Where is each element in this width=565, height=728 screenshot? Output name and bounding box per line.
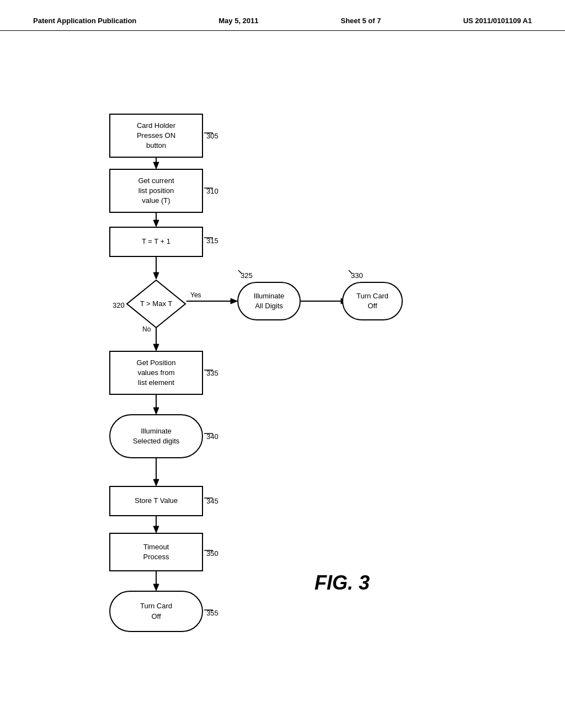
node-350: Timeout Process	[109, 533, 203, 571]
header-center: May 5, 2011	[218, 17, 258, 25]
label-340: 340	[206, 432, 218, 441]
node-325: Illuminate All Digits	[237, 282, 301, 320]
header-sheet: Sheet 5 of 7	[341, 17, 381, 25]
svg-marker-19	[153, 584, 159, 591]
node-315: T = T + 1	[109, 227, 203, 257]
label-310: 310	[206, 187, 218, 195]
svg-marker-11	[153, 344, 159, 351]
node-355: Turn Card Off	[109, 591, 203, 632]
label-320: 320	[113, 301, 125, 309]
svg-marker-7	[231, 298, 237, 304]
node-310: Get current list position value (T)	[109, 169, 203, 213]
flow-arrows	[0, 31, 565, 693]
node-335: Get Position values from list element	[109, 351, 203, 395]
node-305: Card Holder Presses ON button	[109, 114, 203, 158]
node-345: Store T Value	[109, 486, 203, 516]
svg-marker-3	[153, 220, 159, 227]
svg-marker-13	[153, 408, 159, 414]
svg-marker-15	[153, 479, 159, 486]
svg-marker-5	[153, 272, 159, 279]
yes-label-320: Yes	[190, 291, 201, 299]
diagram-area: Card Holder Presses ON button 305 Get cu…	[0, 31, 565, 693]
label-335: 335	[206, 369, 218, 377]
label-345: 345	[206, 497, 218, 505]
label-325: 325	[241, 271, 253, 280]
svg-marker-1	[153, 162, 159, 169]
header-left: Patent Application Publication	[33, 17, 136, 25]
label-305: 305	[206, 132, 218, 140]
label-315: 315	[206, 237, 218, 245]
label-330: 330	[351, 271, 363, 280]
header-patent: US 2011/0101109 A1	[463, 17, 532, 25]
page-header: Patent Application Publication May 5, 20…	[0, 0, 565, 31]
svg-marker-17	[153, 526, 159, 533]
label-350: 350	[206, 549, 218, 558]
no-label-320: No	[142, 325, 151, 333]
figure-label: FIG. 3	[315, 571, 370, 595]
node-340: Illuminate Selected digits	[109, 414, 203, 458]
node-320: T > Max T	[126, 279, 186, 329]
label-355: 355	[206, 609, 218, 617]
node-330: Turn Card Off	[342, 282, 403, 320]
